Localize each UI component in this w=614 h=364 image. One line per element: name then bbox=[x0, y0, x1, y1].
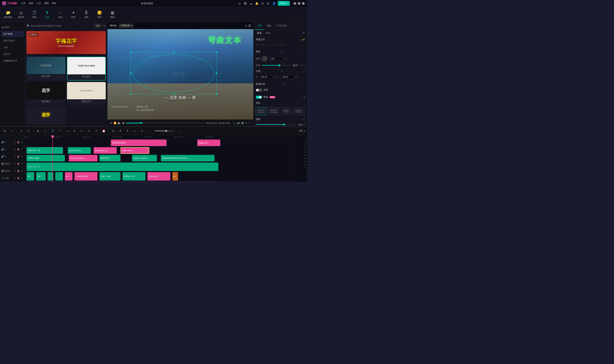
clip-huangpi[interactable]: 黄皮 bbox=[36, 172, 46, 181]
rotation-keyframe-icon[interactable]: ◇ bbox=[287, 57, 289, 60]
progress-track[interactable] bbox=[126, 123, 205, 123]
rotation-input[interactable] bbox=[269, 57, 282, 60]
monitor-icon[interactable]: ⊡ bbox=[238, 1, 241, 5]
clip-que[interactable]: 确 bbox=[172, 172, 178, 181]
expand-panel-icon[interactable]: ⊡ bbox=[301, 30, 305, 36]
transform-dropdown[interactable]: ▾ bbox=[281, 51, 282, 53]
clip-light-leak-5[interactable]: Light Leak 5 bbox=[121, 147, 149, 154]
arrow-br[interactable]: ↘ bbox=[282, 43, 284, 46]
huazi-yellow-card[interactable]: 花字 bbox=[27, 106, 66, 125]
video1-mute-icon[interactable]: 🔇 bbox=[17, 169, 20, 172]
mic-icon[interactable]: 🎙 bbox=[245, 122, 247, 124]
video2-eye-icon[interactable]: 👁 bbox=[20, 162, 23, 165]
quality-selector[interactable]: 完整画质 ▾ bbox=[119, 23, 134, 28]
menu-help[interactable]: 帮助 bbox=[52, 2, 56, 5]
toolbar-sticker[interactable]: 😊 贴纸 bbox=[95, 10, 104, 19]
blend-expand[interactable]: ▾ bbox=[284, 83, 285, 85]
tl-crop-icon[interactable]: ⊡ bbox=[86, 128, 92, 134]
sidebar-item-slideshow[interactable]: 幻灯片 bbox=[1, 51, 24, 57]
track3-eye-icon[interactable]: 👁 bbox=[20, 155, 23, 158]
clip-lens-flare[interactable]: 镜头炫光3 bbox=[99, 155, 121, 161]
more-icon[interactable]: ••• bbox=[103, 25, 105, 27]
tl-clock-icon[interactable]: ⏰ bbox=[101, 128, 106, 134]
sidebar-item-pure-text[interactable]: 纯文字设计 bbox=[1, 38, 24, 44]
playhead[interactable]: ✂ bbox=[52, 135, 53, 182]
sidebar-item-audio-driven[interactable]: 音频驱动文字 bbox=[1, 58, 24, 64]
subtab-basic[interactable]: 基础 bbox=[255, 30, 263, 36]
clip-romantic[interactable]: Romantic Moments ♪ bbox=[27, 182, 218, 182]
tl-text-icon[interactable]: T bbox=[57, 128, 63, 134]
x-input[interactable] bbox=[259, 75, 273, 78]
rotation-refresh-icon[interactable]: ↺ bbox=[284, 57, 286, 60]
screenshot-icon[interactable]: 🖼 bbox=[248, 24, 251, 27]
rewind-icon[interactable]: ⏮ bbox=[110, 122, 112, 124]
cart-icon[interactable]: 🛒 bbox=[266, 1, 270, 5]
keyframe-icon[interactable]: ◇ bbox=[303, 51, 305, 53]
tl-music-icon[interactable]: 🎵 bbox=[50, 128, 55, 134]
lorem-card[interactable]: Lorem ipsum 基础文字6 bbox=[67, 82, 106, 105]
type-card-2[interactable]: ?BCDEFGHIJK bbox=[268, 107, 280, 115]
track5-settings-icon[interactable]: ⚙ bbox=[13, 141, 16, 144]
audio-mute-icon[interactable]: 🔇 bbox=[17, 177, 20, 180]
fullscreen2-icon[interactable]: ⛶ bbox=[249, 122, 251, 124]
clip-3chu[interactable]: 3初 bbox=[27, 172, 34, 181]
audio-icon[interactable]: 🔊 bbox=[237, 122, 240, 124]
video1-settings-icon[interactable]: ⚙ bbox=[13, 169, 16, 172]
type-card-1[interactable]: ABCDEFGHIJK bbox=[256, 107, 267, 115]
tl-cursor-icon[interactable]: ↖ bbox=[9, 128, 14, 134]
tl-settings-icon[interactable]: ⚙ bbox=[110, 128, 116, 134]
track5-mute-icon[interactable]: 🔇 bbox=[17, 141, 20, 144]
tl-grid-icon[interactable]: ⊞ bbox=[2, 128, 7, 134]
tl-transition-icon[interactable]: ↦ bbox=[132, 128, 137, 134]
huazi-dark-card[interactable]: 花字 ↓ 黑白镂空 bbox=[27, 82, 66, 105]
track3-settings-icon[interactable]: ⚙ bbox=[13, 155, 16, 158]
volume-icon[interactable]: ▾ bbox=[304, 130, 305, 132]
clip-travel-chic[interactable]: Travel Chic Ove... bbox=[69, 155, 97, 161]
bg-toggle[interactable] bbox=[256, 89, 262, 92]
clip-happy-val[interactable]: Happy Val... bbox=[197, 140, 220, 146]
arrow-tl[interactable]: ↖ bbox=[256, 43, 258, 46]
sidebar-item-my[interactable]: ▶ 我的 bbox=[0, 24, 25, 30]
position-refresh-icon[interactable]: ↺ bbox=[281, 70, 283, 73]
default-caption-card[interactable]: 欧洲杯标题 默认字幕 bbox=[27, 57, 66, 80]
track4-mute-icon[interactable]: 🔇 bbox=[17, 148, 20, 151]
scale-thumb[interactable] bbox=[278, 65, 280, 66]
toolbar-transition[interactable]: ↔ 转场 bbox=[56, 11, 65, 19]
toolbar-template[interactable]: ▦ 模板 bbox=[108, 10, 117, 19]
menu-file[interactable]: 文件 bbox=[21, 2, 26, 5]
tl-plus-icon[interactable]: + bbox=[177, 128, 182, 134]
strength-track[interactable] bbox=[256, 124, 295, 125]
clip-sometimes[interactable]: Sometimes, yo... bbox=[94, 147, 117, 154]
export-button[interactable]: 导出 ▾ bbox=[278, 1, 290, 6]
toolbar-my-materials[interactable]: 📁 我的素材 bbox=[4, 10, 12, 19]
scale-refresh-icon[interactable]: ↺ bbox=[300, 64, 301, 67]
menu-tools[interactable]: 工具 bbox=[36, 2, 41, 5]
shape-toggle[interactable] bbox=[256, 96, 262, 99]
clip-2023[interactable]: 2023.02.14/Th... bbox=[68, 147, 91, 154]
audio-eye-icon[interactable]: 👁 bbox=[20, 177, 23, 180]
tl-undo-icon[interactable]: ↺ bbox=[19, 128, 24, 134]
clip-friends[interactable]: 一样朋友的期初... bbox=[74, 172, 97, 181]
user-icon[interactable]: 👤 bbox=[272, 1, 276, 5]
arrow-tr[interactable]: ↗ bbox=[261, 43, 263, 46]
video2-mute-icon[interactable]: 🔇 bbox=[17, 162, 20, 165]
video1-eye-icon[interactable]: 👁 bbox=[20, 169, 23, 172]
strength-refresh-icon[interactable]: ↺ bbox=[303, 118, 305, 121]
tl-minus-icon[interactable]: — bbox=[147, 128, 152, 134]
ai-icon[interactable]: AI✨ bbox=[301, 39, 305, 41]
screenshot-play-icon[interactable]: 📷 bbox=[241, 122, 244, 124]
clip-anjia[interactable]: 安家&小蒜/海... bbox=[27, 155, 65, 161]
strength-more-icon[interactable]: ▾ bbox=[303, 123, 305, 126]
mark-in-icon[interactable]: { bbox=[233, 122, 234, 124]
tl-cut-icon[interactable]: ✂ bbox=[43, 128, 48, 134]
minimize-button[interactable]: ─ bbox=[294, 2, 296, 5]
type-card-3[interactable]: ΩΔΘΛΞΠΣΦΨ bbox=[281, 107, 292, 115]
clip-main-video2[interactable]: 安家&小蒜/海... bbox=[27, 163, 218, 171]
toolbar-filter[interactable]: 🎛 滤镜 bbox=[82, 11, 91, 19]
tl-timer-icon[interactable]: ⏱ bbox=[94, 128, 99, 134]
rotation-knob[interactable] bbox=[262, 56, 267, 61]
clip-made-on-travel[interactable]: made on travel 2... bbox=[132, 155, 157, 161]
sidebar-item-title[interactable]: 片头 bbox=[1, 44, 24, 51]
menu-edit[interactable]: 编辑 bbox=[29, 2, 33, 5]
stop-icon[interactable]: ⏹ bbox=[122, 122, 124, 124]
